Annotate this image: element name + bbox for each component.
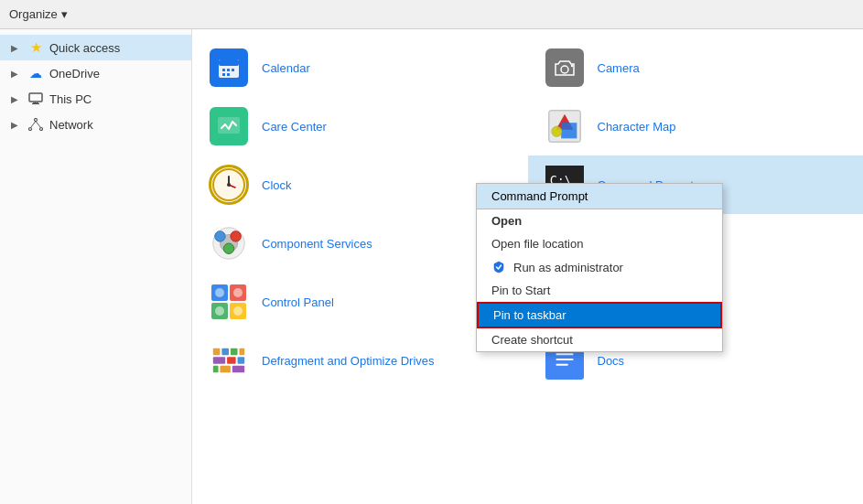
svg-rect-56: [232, 366, 244, 373]
context-menu-header: Command Prompt: [477, 184, 722, 209]
character-map-icon: [543, 104, 587, 148]
app-name-defragment: Defragment and Optimize Drives: [262, 354, 435, 368]
chevron-icon: ▶: [11, 120, 22, 130]
app-name-character-map: Character Map: [598, 120, 676, 134]
context-menu-item-open[interactable]: Open: [477, 209, 722, 232]
svg-rect-47: [213, 349, 221, 356]
sidebar-item-label: Quick access: [49, 41, 120, 55]
create-shortcut-label: Create shortcut: [491, 333, 573, 347]
control-panel-icon: [207, 280, 251, 324]
clock-icon: [207, 163, 251, 207]
sidebar-item-label: OneDrive: [49, 67, 100, 80]
sidebar-item-label: Network: [49, 118, 93, 132]
svg-point-17: [561, 66, 568, 73]
shield-icon: [491, 260, 506, 274]
svg-rect-48: [221, 349, 229, 356]
app-item-calendar[interactable]: Calendar: [192, 38, 528, 97]
svg-rect-11: [232, 57, 235, 61]
svg-rect-51: [213, 357, 225, 364]
svg-point-3: [35, 119, 38, 122]
pin-to-start-label: Pin to Start: [491, 284, 550, 297]
component-services-icon: [207, 221, 251, 265]
camera-icon: [543, 46, 587, 90]
svg-rect-60: [556, 364, 567, 366]
app-name-docs: Docs: [598, 354, 625, 368]
svg-point-34: [231, 231, 241, 241]
context-menu[interactable]: Command Prompt Open Open file location: [476, 183, 723, 352]
open-file-location-label: Open file location: [491, 237, 583, 251]
svg-rect-13: [227, 69, 230, 71]
network-icon: [27, 116, 44, 133]
context-menu-item-pin-to-start[interactable]: Pin to Start: [477, 279, 722, 302]
svg-line-6: [31, 122, 37, 128]
svg-rect-50: [239, 349, 244, 356]
app-item-character-map[interactable]: Character Map: [528, 97, 864, 155]
organize-label: Organize: [9, 7, 58, 21]
svg-point-23: [551, 126, 561, 136]
calendar-icon: [207, 46, 251, 90]
svg-point-5: [40, 128, 43, 131]
organize-chevron: ▾: [61, 7, 68, 21]
chevron-icon: ▶: [11, 94, 22, 104]
svg-rect-10: [222, 57, 225, 61]
svg-rect-55: [220, 366, 230, 373]
svg-rect-59: [556, 359, 573, 360]
run-as-admin-label: Run as administrator: [513, 261, 623, 274]
svg-point-43: [215, 306, 224, 316]
app-name-calendar: Calendar: [262, 61, 310, 75]
cloud-icon: ☁: [27, 65, 44, 81]
svg-rect-0: [29, 93, 42, 102]
svg-rect-16: [227, 73, 230, 76]
main-layout: ▶ ★ Quick access ▶ ☁ OneDrive ▶ This PC …: [0, 29, 863, 504]
sidebar-item-network[interactable]: ▶ Network: [0, 112, 191, 137]
pin-to-taskbar-label: Pin to taskbar: [493, 308, 566, 322]
svg-rect-15: [222, 73, 225, 76]
sidebar: ▶ ★ Quick access ▶ ☁ OneDrive ▶ This PC …: [0, 29, 192, 504]
svg-rect-58: [556, 353, 573, 355]
svg-rect-9: [219, 59, 239, 66]
svg-point-27: [227, 183, 231, 187]
svg-marker-22: [561, 123, 577, 138]
app-item-camera[interactable]: Camera: [528, 38, 864, 97]
context-menu-item-pin-to-taskbar[interactable]: Pin to taskbar: [477, 302, 722, 328]
context-menu-title: Command Prompt: [491, 189, 588, 203]
svg-point-33: [215, 231, 225, 241]
context-menu-item-open-file-location[interactable]: Open file location: [477, 232, 722, 255]
svg-point-42: [233, 288, 243, 297]
app-name-clock: Clock: [262, 178, 292, 192]
context-menu-item-run-as-admin[interactable]: Run as administrator: [477, 255, 722, 279]
context-menu-item-create-shortcut[interactable]: Create shortcut: [477, 328, 722, 351]
chevron-icon: ▶: [11, 69, 22, 79]
app-name-control-panel: Control Panel: [262, 295, 334, 309]
pc-icon: [27, 91, 44, 107]
sidebar-item-this-pc[interactable]: ▶ This PC: [0, 86, 191, 112]
svg-point-35: [223, 243, 233, 253]
svg-rect-52: [227, 357, 236, 364]
app-item-care-center[interactable]: Care Center: [192, 97, 528, 155]
svg-rect-49: [231, 349, 238, 356]
chevron-icon: ▶: [11, 43, 22, 53]
svg-point-44: [233, 306, 243, 316]
svg-rect-14: [232, 69, 234, 71]
open-label: Open: [491, 214, 522, 228]
sidebar-item-quick-access[interactable]: ▶ ★ Quick access: [0, 35, 191, 60]
svg-rect-54: [213, 366, 219, 373]
svg-line-7: [36, 122, 41, 128]
svg-rect-12: [222, 69, 225, 71]
svg-point-18: [570, 65, 572, 67]
sidebar-item-label: This PC: [49, 92, 92, 106]
app-name-camera: Camera: [598, 61, 640, 75]
star-icon: ★: [27, 39, 44, 56]
care-center-icon: [207, 104, 251, 148]
sidebar-item-onedrive[interactable]: ▶ ☁ OneDrive: [0, 60, 191, 86]
toolbar: Organize ▾: [0, 0, 863, 29]
organize-button[interactable]: Organize ▾: [9, 7, 68, 21]
svg-point-41: [215, 288, 224, 297]
app-name-care-center: Care Center: [262, 120, 327, 134]
app-name-component-services: Component Services: [262, 237, 372, 251]
svg-rect-53: [238, 357, 245, 364]
svg-point-4: [29, 128, 32, 131]
content-area: Calendar Camera: [192, 29, 863, 504]
defragment-icon: [207, 338, 251, 382]
